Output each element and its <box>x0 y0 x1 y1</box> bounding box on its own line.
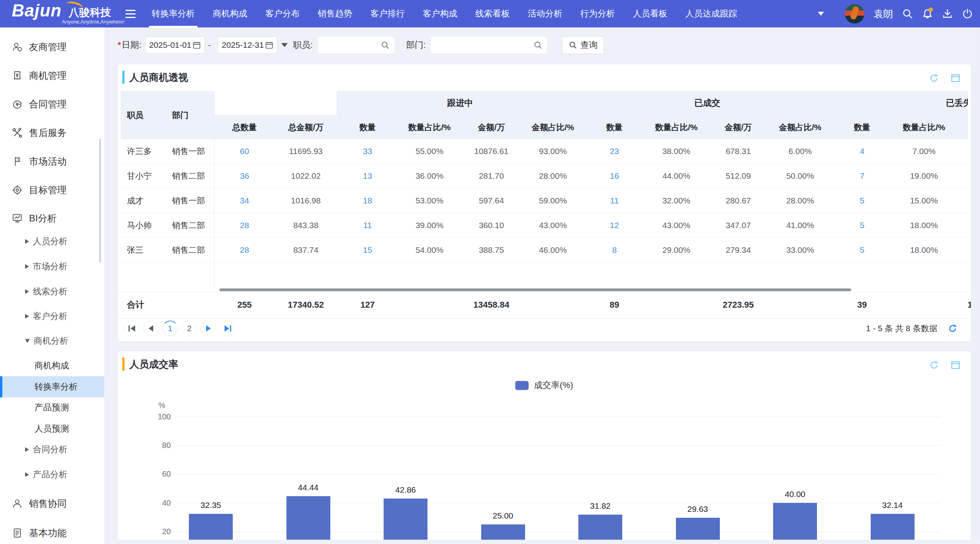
sidebar-item-商机管理[interactable]: 商机管理 <box>0 66 104 85</box>
page-horizontal-scrollbar[interactable] <box>104 540 980 544</box>
table-horizontal-scrollbar[interactable] <box>219 288 851 291</box>
nav-item-3[interactable]: 客户分布 <box>256 0 309 27</box>
cell: 512.09 <box>707 164 769 189</box>
cell[interactable]: 5 <box>831 189 893 213</box>
chart-legend[interactable]: 成交率(%) <box>118 379 971 391</box>
bar-2[interactable] <box>286 496 330 544</box>
cell[interactable]: 4 <box>831 139 893 164</box>
cell: 成才 <box>121 189 166 213</box>
nav-item-5[interactable]: 客户排行 <box>361 0 414 27</box>
pagination-next-button[interactable] <box>201 321 216 336</box>
sidebar-item-销售协同[interactable]: 销售协同 <box>0 494 104 513</box>
nav-item-4[interactable]: 销售趋势 <box>309 0 361 27</box>
nav-item-1[interactable]: 转换率分析 <box>143 0 204 27</box>
pagination-page-2[interactable]: 2 <box>181 321 197 336</box>
total-cell <box>769 292 831 317</box>
chart-card-actions <box>929 360 961 370</box>
search-icon[interactable] <box>902 8 913 19</box>
cell[interactable]: 5 <box>831 213 893 238</box>
cell: 32.00% <box>645 189 707 213</box>
page-vertical-scrollbar[interactable] <box>976 27 980 544</box>
cell[interactable]: 34 <box>214 189 275 213</box>
total-cell: 255 <box>214 292 275 317</box>
cell: 360.10 <box>460 213 522 238</box>
cell[interactable]: 28 <box>214 213 275 238</box>
sidebar-item-产品分析[interactable]: 产品分析 <box>0 465 104 484</box>
nav-item-11[interactable]: 人员达成跟踪 <box>676 0 746 27</box>
cell: 388.75 <box>460 238 522 263</box>
sidebar-item-基本功能[interactable]: 基本功能 <box>0 523 104 543</box>
user-avatar[interactable] <box>845 4 864 24</box>
cell[interactable]: 33 <box>337 139 399 164</box>
sidebar-item-商机分析[interactable]: 商机分析 <box>0 331 104 351</box>
cell[interactable]: 28 <box>214 238 275 263</box>
cell[interactable]: 12 <box>583 213 645 238</box>
dept-search-input[interactable] <box>430 36 548 54</box>
sidebar-item-人员预测[interactable]: 人员预测 <box>0 419 104 439</box>
sidebar-item-BI分析[interactable]: BI分析 <box>0 209 104 228</box>
cell[interactable]: 23 <box>583 139 645 164</box>
date-to-input[interactable]: 2025-12-31 <box>218 36 277 54</box>
cell <box>955 139 968 164</box>
nav-item-2[interactable]: 商机构成 <box>204 0 256 27</box>
sidebar-item-线索分析[interactable]: 线索分析 <box>0 282 104 301</box>
nav-item-9[interactable]: 行为分析 <box>571 0 624 27</box>
sidebar-item-友商管理[interactable]: 友商管理 <box>0 37 104 57</box>
sidebar-item-人员分析[interactable]: 人员分析 <box>0 232 104 251</box>
sidebar-item-产品预测[interactable]: 产品预测 <box>0 398 104 417</box>
chevron-right-icon <box>25 264 29 269</box>
cell[interactable]: 13 <box>337 164 399 189</box>
cell[interactable]: 15 <box>337 238 399 263</box>
bar-3[interactable] <box>384 499 428 544</box>
sidebar-item-市场分析[interactable]: 市场分析 <box>0 257 104 276</box>
cell[interactable]: 16 <box>583 164 645 189</box>
nav-item-10[interactable]: 人员看板 <box>624 0 676 27</box>
cell[interactable]: 18 <box>337 189 399 213</box>
cell[interactable]: 11 <box>337 213 399 238</box>
query-button[interactable]: 查询 <box>562 36 604 54</box>
sidebar-item-市场活动[interactable]: 市场活动 <box>0 152 104 171</box>
download-icon[interactable] <box>942 8 953 19</box>
date-from-input[interactable]: 2025-01-01 <box>145 36 205 54</box>
bar-7[interactable] <box>773 503 817 544</box>
date-granularity-caret-icon[interactable] <box>281 43 288 47</box>
cell[interactable]: 60 <box>214 139 275 164</box>
maximize-window-icon[interactable] <box>950 360 961 370</box>
cell[interactable]: 11 <box>583 189 645 213</box>
bell-icon[interactable] <box>922 8 933 19</box>
nav-more-caret-icon[interactable] <box>818 12 824 16</box>
pagination-prev-button[interactable] <box>143 321 159 336</box>
table-pagination: 12 1 - 5 条 共 8 条数据 <box>124 319 961 338</box>
pagination-page-1[interactable]: 1 <box>162 321 178 336</box>
sidebar-item-客户分析[interactable]: 客户分析 <box>0 306 104 326</box>
refresh-icon[interactable] <box>929 73 939 83</box>
sidebar-item-合同管理[interactable]: 合同管理 <box>0 94 104 114</box>
column-header-金额占比/%: 金额占比/% <box>522 115 583 140</box>
pagination-refresh-icon[interactable] <box>944 320 961 337</box>
power-icon[interactable] <box>962 8 973 19</box>
pagination-first-button[interactable] <box>124 321 139 336</box>
table-row-1: 许三多销售一部6011695.933355.00%10876.6193.00%2… <box>121 139 968 164</box>
cell[interactable]: 7 <box>831 164 893 189</box>
cell[interactable]: 5 <box>831 238 893 263</box>
user-name[interactable]: 袁朗 <box>873 7 893 20</box>
cell[interactable]: 8 <box>583 238 645 263</box>
sidebar-item-商机构成[interactable]: 商机构成 <box>0 356 104 375</box>
staff-search-input[interactable] <box>317 36 395 54</box>
date-filter-label: 日期: <box>122 39 141 51</box>
sidebar-item-合同分析[interactable]: 合同分析 <box>0 440 104 459</box>
nav-item-6[interactable]: 客户构成 <box>414 0 466 27</box>
bar-value-label: 44.44 <box>281 483 336 492</box>
maximize-window-icon[interactable] <box>950 73 961 83</box>
sidebar-item-售后服务[interactable]: 售后服务 <box>0 123 104 143</box>
refresh-icon[interactable] <box>929 360 939 370</box>
cell[interactable]: 36 <box>214 164 275 189</box>
sidebar-item-label: 转换率分析 <box>34 381 78 393</box>
nav-item-8[interactable]: 活动分析 <box>519 0 571 27</box>
hamburger-menu-icon[interactable] <box>125 0 137 27</box>
sidebar-item-转换率分析[interactable]: 转换率分析 <box>0 376 104 397</box>
pagination-last-button[interactable] <box>220 321 235 336</box>
sidebar-item-目标管理[interactable]: 目标管理 <box>0 180 104 200</box>
nav-item-7[interactable]: 线索看板 <box>466 0 519 27</box>
table-row-4: 马小帅销售二部28843.381139.00%360.1043.00%1243.… <box>121 213 968 238</box>
